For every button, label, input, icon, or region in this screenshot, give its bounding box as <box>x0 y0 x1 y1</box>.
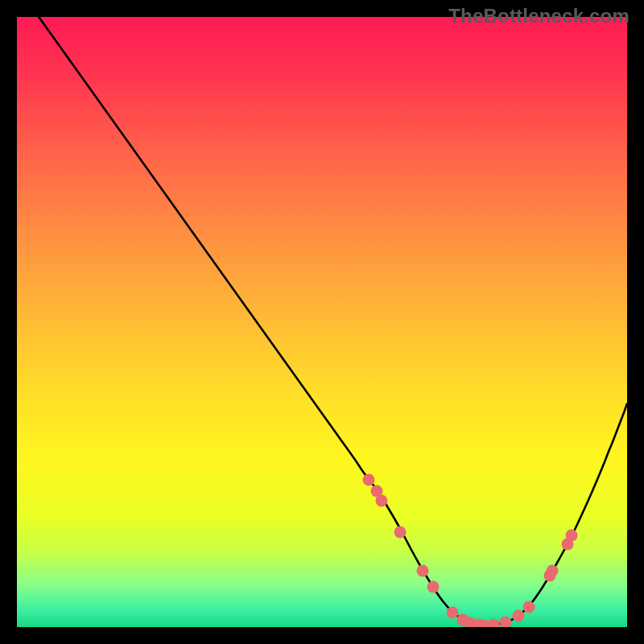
data-marker <box>513 610 525 622</box>
data-marker <box>547 565 559 577</box>
data-marker <box>488 619 500 628</box>
chart-container: TheBottleneck.com <box>0 0 644 644</box>
curve-layer <box>17 17 627 627</box>
data-marker <box>523 601 535 613</box>
data-markers <box>363 474 578 628</box>
data-marker <box>394 526 407 539</box>
data-marker <box>500 617 512 628</box>
data-marker <box>417 565 429 577</box>
bottleneck-curve <box>33 17 627 625</box>
data-marker <box>376 495 388 507</box>
data-marker <box>427 581 440 593</box>
data-marker <box>363 474 375 486</box>
data-marker <box>566 530 578 542</box>
watermark-text: TheBottleneck.com <box>448 5 630 27</box>
plot-area <box>17 17 627 627</box>
data-marker <box>447 607 459 619</box>
